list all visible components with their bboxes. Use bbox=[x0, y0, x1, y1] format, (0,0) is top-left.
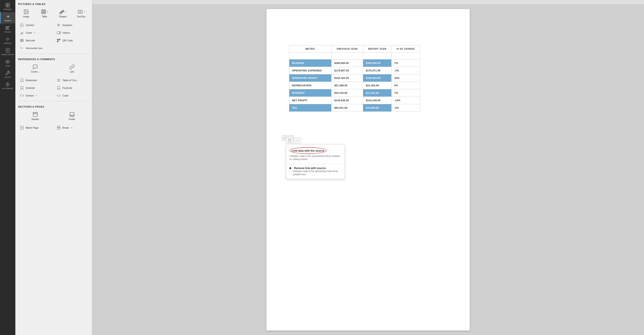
horizontal-line-button[interactable]: A Horizontal Line bbox=[17, 45, 90, 52]
table-cell[interactable]: -5% bbox=[392, 104, 420, 112]
link-button[interactable]: Link bbox=[54, 62, 90, 75]
table-cell[interactable]: DEPRECIATION bbox=[289, 82, 332, 89]
text-box-button[interactable]: ▾ Text Box bbox=[72, 7, 90, 20]
insert-panel: PICTURES & TABLES Image ▾ Tabl bbox=[15, 0, 92, 335]
table-cell[interactable]: $10,316.00 bbox=[332, 89, 363, 97]
table-row[interactable]: OPERATING EXPENSES$178,897.00$176,971.00… bbox=[289, 67, 420, 74]
table-of-contents-button[interactable]: Table of Con... bbox=[54, 77, 90, 84]
table-cell[interactable]: $176,971.00 bbox=[363, 67, 392, 74]
table-row[interactable]: NET PROFIT$143,630.00$123,248.00-14% bbox=[289, 97, 420, 104]
sections-pages-title: SECTIONS & PAGES bbox=[15, 103, 92, 110]
symbol-equation-row: Ω Symbol Equation bbox=[15, 22, 92, 29]
ref-top-row: Comm... Link bbox=[15, 62, 92, 77]
qr-code-button[interactable]: QR Code bbox=[54, 37, 90, 44]
empty-cell bbox=[332, 53, 363, 60]
svg-point-14 bbox=[7, 61, 8, 62]
footnote-label: Footnote bbox=[62, 87, 72, 89]
code-button[interactable]: Code bbox=[54, 92, 90, 99]
comment-button[interactable]: Comm... bbox=[17, 62, 54, 75]
table-row[interactable]: OPERATING PROFIT$150,162.00$184,984.0023… bbox=[289, 74, 420, 82]
shapes-button[interactable]: ▾ Shapes bbox=[54, 7, 72, 20]
remove-link-option[interactable]: Remove link with source Changes made to … bbox=[286, 164, 344, 179]
table-cell[interactable]: TAX bbox=[289, 104, 332, 112]
svg-marker-15 bbox=[6, 82, 10, 86]
table-cell[interactable]: NET PROFIT bbox=[289, 97, 332, 104]
table-cell[interactable]: $123,248.00 bbox=[363, 97, 392, 104]
sidebar-item-tools[interactable]: TOOLS bbox=[0, 69, 15, 80]
videos-button[interactable]: Videos bbox=[54, 29, 90, 36]
footnote-button[interactable]: Footnote bbox=[54, 84, 90, 92]
link-source-desc: Changes made to the spreadsheet will be … bbox=[290, 155, 342, 161]
table-cell[interactable]: 0% bbox=[392, 82, 420, 89]
chart-button[interactable]: Chart ▾ bbox=[17, 29, 54, 36]
break-button[interactable]: Break ▾ bbox=[54, 124, 90, 131]
data-table[interactable]: METRIC PREVIOUS YEAR REPORT YEAR % OF CH… bbox=[289, 45, 420, 112]
table-row[interactable]: REVENUE$280,000.00$300,000.007% bbox=[289, 60, 420, 67]
endnote-button[interactable]: Endnote bbox=[17, 84, 54, 92]
image-button[interactable]: Image bbox=[17, 7, 35, 20]
link-label: Link bbox=[70, 71, 74, 73]
pictures-tables-top-row: Image ▾ Table ▾ bbox=[15, 7, 92, 22]
table-cell[interactable]: -14% bbox=[392, 97, 420, 104]
table-cell[interactable]: $21,388.00 bbox=[332, 82, 363, 89]
col-report-year: REPORT YEAR bbox=[363, 46, 392, 53]
document-page: METRIC PREVIOUS YEAR REPORT YEAR % OF CH… bbox=[266, 9, 470, 330]
table-cell[interactable]: $300,000.00 bbox=[363, 60, 392, 67]
table-cell[interactable]: $78,556.00 bbox=[363, 104, 392, 112]
sidebar-item-view[interactable]: VIEW bbox=[0, 57, 15, 69]
table-cell[interactable]: 23% bbox=[392, 74, 420, 82]
table-cell[interactable]: OPERATING EXPENSES bbox=[289, 67, 332, 74]
table-cell[interactable]: REVENUE bbox=[289, 60, 332, 67]
bookmark-button[interactable]: Bookmark bbox=[17, 77, 54, 84]
link-oval-border: Link data with the source bbox=[290, 147, 326, 154]
equation-button[interactable]: Equation bbox=[54, 22, 90, 29]
sidebar-item-page-setup-label: PAGE SETUP bbox=[1, 54, 14, 56]
collapse-button[interactable] bbox=[294, 137, 301, 144]
embed-button[interactable]: Embed ▾ bbox=[17, 92, 54, 99]
sidebar-item-design[interactable]: DESIGN bbox=[0, 35, 15, 46]
svg-rect-62 bbox=[57, 126, 60, 128]
symbol-button[interactable]: Ω Symbol bbox=[17, 22, 54, 29]
footer-button[interactable]: Footer bbox=[54, 110, 90, 122]
header-button[interactable]: Header bbox=[17, 110, 54, 122]
blank-page-button[interactable]: Blank Page bbox=[17, 124, 54, 131]
svg-rect-46 bbox=[57, 39, 58, 40]
table-cell[interactable]: 7% bbox=[392, 89, 420, 97]
table-dropdown-arrow: ▾ bbox=[47, 11, 48, 13]
table-cell[interactable]: $280,000.00 bbox=[332, 60, 363, 67]
table-row[interactable] bbox=[289, 53, 420, 60]
link-with-source-option[interactable]: Link data with the source Changes made t… bbox=[286, 144, 344, 164]
sidebar-item-insert[interactable]: INSERT bbox=[0, 12, 15, 24]
sidebar-item-fields[interactable]: FIELDS bbox=[0, 24, 15, 35]
table-row[interactable]: DEPRECIATION$21,388.00$21,436.000% bbox=[289, 82, 420, 89]
text-box-label: Text Box bbox=[77, 15, 85, 18]
svg-text:Ω: Ω bbox=[21, 25, 22, 26]
sidebar-item-automate[interactable]: AUTOMATE bbox=[0, 80, 15, 91]
table-cell[interactable]: $178,897.00 bbox=[332, 67, 363, 74]
endnote-footnote-row: Endnote Footnote bbox=[15, 84, 92, 92]
svg-rect-24 bbox=[60, 12, 62, 14]
table-cell[interactable]: $184,984.00 bbox=[363, 74, 392, 82]
table-row[interactable]: TAX$83,031.00$78,556.00-5% bbox=[289, 104, 420, 112]
table-cell[interactable]: $21,436.00 bbox=[363, 82, 392, 89]
barcode-button[interactable]: Barcode bbox=[17, 37, 54, 44]
table-cell[interactable]: $150,162.00 bbox=[332, 74, 363, 82]
svg-rect-57 bbox=[70, 115, 74, 116]
table-cell[interactable]: $83,031.00 bbox=[332, 104, 363, 112]
document-area[interactable]: METRIC PREVIOUS YEAR REPORT YEAR % OF CH… bbox=[92, 5, 644, 335]
sidebar-item-format[interactable]: FORMAT bbox=[0, 1, 15, 12]
table-cell[interactable]: $11,031.00 bbox=[363, 89, 392, 97]
table-row[interactable]: INTEREST$10,316.00$11,031.007% bbox=[289, 89, 420, 97]
table-cell[interactable]: $143,630.00 bbox=[332, 97, 363, 104]
svg-point-17 bbox=[25, 11, 26, 11]
svg-rect-6 bbox=[6, 27, 10, 27]
table-cell[interactable]: OPERATING PROFIT bbox=[289, 74, 332, 82]
sidebar-item-page-setup[interactable]: PAGE SETUP bbox=[0, 46, 15, 57]
svg-rect-63 bbox=[57, 128, 60, 130]
table-cell[interactable]: INTEREST bbox=[289, 89, 332, 97]
table-cell[interactable]: 7% bbox=[392, 60, 420, 67]
qr-code-label: QR Code bbox=[62, 39, 73, 42]
table-cell[interactable]: -1% bbox=[392, 67, 420, 74]
clipboard-icon-button[interactable] bbox=[286, 137, 293, 144]
table-button[interactable]: ▾ Table bbox=[36, 7, 53, 20]
